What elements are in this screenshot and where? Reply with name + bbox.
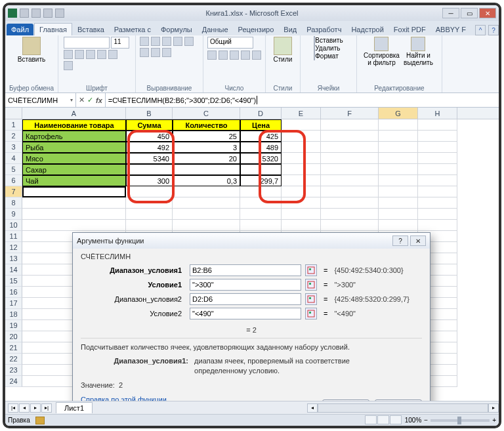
cell-G10[interactable] bbox=[379, 220, 418, 231]
zoom-in-icon[interactable]: + bbox=[492, 417, 496, 424]
paste-button[interactable]: Вставить bbox=[18, 37, 45, 71]
cell-H4[interactable] bbox=[418, 153, 457, 164]
tab-nav-first-icon[interactable]: |◂ bbox=[8, 403, 18, 413]
cell-F4[interactable] bbox=[321, 153, 379, 164]
row-3[interactable]: 3 bbox=[5, 142, 22, 153]
help-icon[interactable]: ? bbox=[488, 25, 499, 35]
cell-F9[interactable] bbox=[321, 209, 379, 220]
cell-F2[interactable] bbox=[321, 131, 379, 142]
close-button[interactable]: ✕ bbox=[479, 8, 496, 18]
col-D[interactable]: D bbox=[240, 108, 282, 119]
cell-B3[interactable]: 492 bbox=[126, 142, 173, 153]
cell-H9[interactable] bbox=[418, 209, 457, 220]
cell-C10[interactable] bbox=[173, 220, 240, 231]
cell-A8[interactable] bbox=[22, 197, 126, 209]
arg-input-3[interactable] bbox=[190, 308, 301, 319]
arg-input-0[interactable] bbox=[190, 264, 301, 276]
col-H[interactable]: H bbox=[418, 108, 457, 119]
border-icon[interactable] bbox=[97, 50, 106, 59]
cell-D10[interactable] bbox=[240, 220, 282, 231]
tab-layout[interactable]: Разметка с bbox=[110, 24, 156, 35]
row-17[interactable]: 17 bbox=[5, 298, 22, 309]
merge-icon[interactable] bbox=[162, 48, 171, 57]
arg-input-1[interactable] bbox=[190, 279, 301, 291]
hscroll-track[interactable] bbox=[318, 403, 488, 413]
col-B[interactable]: B bbox=[126, 108, 173, 119]
cell-B9[interactable] bbox=[126, 209, 173, 220]
align-left-icon[interactable] bbox=[184, 37, 194, 46]
increase-decimal-icon[interactable] bbox=[241, 51, 250, 60]
dialog-help-icon[interactable]: ? bbox=[392, 236, 408, 246]
name-box[interactable]: СЧЁТЕСЛИМН bbox=[5, 93, 76, 107]
styles-button[interactable]: Стили bbox=[270, 37, 296, 71]
tab-file[interactable]: Файл bbox=[7, 24, 33, 35]
col-A[interactable]: A bbox=[22, 108, 126, 119]
cell-D3[interactable]: 489 bbox=[240, 142, 282, 153]
range-select-icon-0[interactable] bbox=[305, 264, 317, 276]
row-15[interactable]: 15 bbox=[5, 276, 22, 287]
cell-G8[interactable] bbox=[379, 197, 418, 209]
tab-formulas[interactable]: Формулы bbox=[156, 24, 197, 35]
decrease-decimal-icon[interactable] bbox=[252, 51, 261, 60]
cell-A2[interactable]: Картофель bbox=[22, 131, 126, 142]
sort-filter-button[interactable]: Сортировка и фильтр bbox=[364, 37, 399, 71]
cell-A5[interactable]: Сахар bbox=[22, 164, 126, 175]
col-E[interactable]: E bbox=[282, 108, 321, 119]
percent-icon[interactable] bbox=[219, 51, 228, 60]
cell-E10[interactable] bbox=[282, 220, 321, 231]
tab-data[interactable]: Данные bbox=[198, 24, 233, 35]
cell-F8[interactable] bbox=[321, 197, 379, 209]
qat-save-icon[interactable] bbox=[20, 9, 29, 18]
cell-F3[interactable] bbox=[321, 142, 379, 153]
cell-G2[interactable] bbox=[379, 131, 418, 142]
cell-C1[interactable]: Количество bbox=[173, 119, 240, 131]
maximize-button[interactable]: ▭ bbox=[461, 8, 478, 18]
row-1[interactable]: 1 bbox=[5, 119, 22, 131]
cell-D6[interactable]: 299,7 bbox=[240, 175, 282, 186]
row-8[interactable]: 8 bbox=[5, 197, 22, 209]
cell-G3[interactable] bbox=[379, 142, 418, 153]
cell-C5[interactable] bbox=[173, 164, 240, 175]
view-break-icon[interactable] bbox=[390, 415, 402, 424]
cancel-formula-icon[interactable]: ✕ bbox=[79, 96, 85, 104]
cell-A10[interactable] bbox=[22, 220, 126, 231]
qat-undo-icon[interactable] bbox=[32, 9, 41, 18]
row-5[interactable]: 5 bbox=[5, 164, 22, 175]
qat-more-icon[interactable] bbox=[55, 9, 64, 18]
cell-C6[interactable]: 0,3 bbox=[173, 175, 240, 186]
cell-C9[interactable] bbox=[173, 209, 240, 220]
range-select-icon-1[interactable] bbox=[305, 279, 317, 291]
cell-E2[interactable] bbox=[282, 131, 321, 142]
cell-H7[interactable] bbox=[418, 186, 457, 197]
cell-E3[interactable] bbox=[282, 142, 321, 153]
currency-icon[interactable] bbox=[207, 51, 217, 60]
cell-A7[interactable] bbox=[22, 186, 126, 197]
comma-icon[interactable] bbox=[230, 51, 239, 60]
cell-D8[interactable] bbox=[240, 197, 282, 209]
arg-input-2[interactable] bbox=[190, 293, 301, 305]
cell-D1[interactable]: Цена bbox=[240, 119, 282, 131]
row-9[interactable]: 9 bbox=[5, 209, 22, 220]
col-G[interactable]: G bbox=[379, 108, 418, 119]
row-4[interactable]: 4 bbox=[5, 153, 22, 164]
cell-G4[interactable] bbox=[379, 153, 418, 164]
cell-E1[interactable] bbox=[282, 119, 321, 131]
zoom-out-icon[interactable]: − bbox=[424, 417, 428, 424]
cell-G7[interactable] bbox=[379, 186, 418, 197]
range-select-icon-2[interactable] bbox=[305, 293, 317, 305]
cell-C3[interactable]: 3 bbox=[173, 142, 240, 153]
tab-review[interactable]: Рецензиро bbox=[234, 24, 279, 35]
cell-H2[interactable] bbox=[418, 131, 457, 142]
cell-H6[interactable] bbox=[418, 175, 457, 186]
row-12[interactable]: 12 bbox=[5, 242, 22, 253]
cell-E6[interactable] bbox=[282, 175, 321, 186]
zoom-slider[interactable] bbox=[430, 419, 490, 422]
cell-H8[interactable] bbox=[418, 197, 457, 209]
tab-developer[interactable]: Разработч bbox=[302, 24, 346, 35]
cell-H1[interactable] bbox=[418, 119, 457, 131]
view-layout-icon[interactable] bbox=[377, 415, 389, 424]
row-21[interactable]: 21 bbox=[5, 342, 22, 354]
formula-input[interactable]: =СЧЁТЕСЛИМН(B2:B6;">300";D2:D6;"<490") bbox=[106, 93, 499, 107]
cell-F7[interactable] bbox=[321, 186, 379, 197]
row-10[interactable]: 10 bbox=[5, 220, 22, 231]
